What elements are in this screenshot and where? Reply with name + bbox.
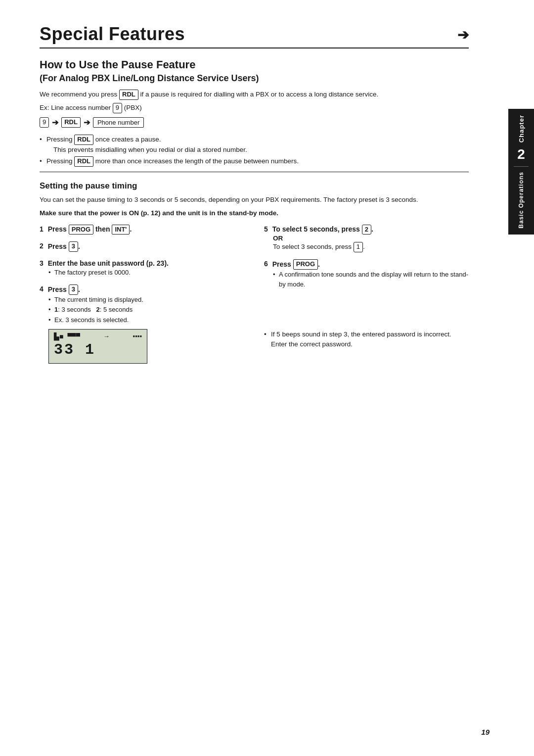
steps-right: 5 To select 5 seconds, press 2. OR To se… (264, 225, 469, 371)
step-2: 2 Press 3. (40, 241, 244, 252)
diagram-line: 9 ➔ RDL ➔ Phone number (40, 117, 469, 128)
step-6-bullet-1: A confirmation tone sounds and the displ… (273, 270, 469, 289)
page-title: Special Features (40, 24, 185, 45)
step-4-bullets: The current timing is displayed. 1: 3 se… (40, 295, 244, 325)
step-1-number: 1 (40, 225, 44, 233)
section1-title: How to Use the Pause Feature (40, 58, 469, 71)
steps-left: 1 Press PROG then INT'. 2 Press 3. 3 Ent… (40, 225, 244, 371)
rdl-key-diagram: RDL (61, 117, 81, 128)
step-2-label: Press 3. (48, 242, 80, 250)
main-content: Special Features ➔ How to Use the Pause … (0, 0, 508, 394)
step-2-number: 2 (40, 242, 44, 250)
step-5-label: To select 5 seconds, press 2. (272, 225, 373, 233)
section-divider (40, 172, 469, 172)
rdl-key-b1: RDL (74, 135, 93, 145)
section2-title: Setting the pause timing (40, 181, 469, 191)
step-3: 3 Enter the base unit password (p. 23). … (40, 259, 244, 278)
step-4-label: Press 3. (48, 285, 80, 293)
next-arrow-icon: ➔ (457, 27, 469, 43)
steps-container: 1 Press PROG then INT'. 2 Press 3. 3 Ent… (40, 225, 469, 371)
step-3-bullet-1: The factory preset is 0000. (48, 268, 244, 278)
page-container: Chapter 2 Basic Operations Special Featu… (0, 0, 534, 756)
step-4-bullet-3: Ex. 3 seconds is selected. (48, 315, 244, 325)
right-note-bullet: If 5 beeps sound in step 3, the entered … (264, 330, 469, 350)
step-6-bullets: A confirmation tone sounds and the displ… (264, 270, 469, 289)
step-3-label: Enter the base unit password (p. 23). (48, 259, 169, 267)
rdl-key-intro: RDL (119, 90, 138, 100)
chapter-label: Chapter (518, 115, 525, 142)
step-4: 4 Press 3. The current timing is display… (40, 284, 244, 363)
step-5-sub: To select 3 seconds, press 1. (264, 242, 469, 252)
section1-subtitle: (For Analog PBX Line/Long Distance Servi… (40, 73, 469, 84)
section1-intro: We recommend you press RDL if a pause is… (40, 90, 469, 100)
step-6-number: 6 (264, 260, 268, 268)
page-header: Special Features ➔ (40, 24, 469, 48)
chapter-tab: Chapter 2 Basic Operations (508, 109, 534, 235)
step-3-number: 3 (40, 259, 44, 267)
prog-key-s1: PROG (69, 225, 93, 235)
section1-subheading: (For Analog PBX Line/Long Distance Servi… (40, 73, 259, 83)
step-3-bullets: The factory preset is 0000. (40, 268, 244, 278)
chapter-number: 2 (517, 146, 525, 162)
section2-intro: You can set the pause timing to 3 second… (40, 195, 469, 205)
step-1-label: Press PROG then INT'. (48, 225, 132, 233)
lcd-signal-bars: ▀▀▀ (67, 333, 80, 340)
arrow2-icon: ➔ (84, 118, 90, 127)
phone-number-box: Phone number (93, 117, 144, 128)
lcd-top-row: ▙■ ▀▀▀ → ▪▪▪▪ (54, 332, 142, 340)
basic-ops-label: Basic Operations (518, 172, 525, 229)
step-4-number: 4 (40, 285, 44, 293)
nine-key-example: 9 (113, 103, 122, 113)
page-number: 19 (481, 728, 490, 736)
lcd-main-text: 33 1 (54, 341, 142, 358)
right-note: If 5 beeps sound in step 3, the entered … (264, 330, 469, 350)
step-5-number: 5 (264, 225, 268, 233)
two-key-s5: 2 (362, 225, 371, 235)
step-6-label: Press PROG. (272, 260, 320, 268)
section2-warning: Make sure that the power is ON (p. 12) a… (40, 208, 469, 219)
section1-heading: How to Use the Pause Feature (40, 58, 195, 71)
int-key-s1: INT' (112, 225, 130, 235)
battery-icon: ▪▪▪▪ (133, 332, 142, 340)
bullet-1: Pressing RDL once creates a pause. This … (40, 135, 469, 155)
step-5: 5 To select 5 seconds, press 2. OR To se… (264, 225, 469, 253)
step-1: 1 Press PROG then INT'. (40, 225, 244, 235)
step-4-bullet-1: The current timing is displayed. (48, 295, 244, 305)
one-key-s5: 1 (354, 242, 363, 252)
bullet-2: Pressing RDL more than once increases th… (40, 156, 469, 167)
prog-key-s6: PROG (293, 259, 318, 270)
three-key-s2: 3 (69, 241, 78, 252)
section1-bullets: Pressing RDL once creates a pause. This … (40, 135, 469, 167)
bullet-1-sub: This prevents misdialling when you redia… (46, 145, 469, 155)
or-text: OR (264, 235, 469, 242)
rdl-key-b2: RDL (74, 156, 93, 167)
lcd-display: ▙■ ▀▀▀ → ▪▪▪▪ 33 1 (48, 329, 147, 364)
nine-key-diagram: 9 (40, 117, 49, 128)
antenna-icon: ▙■ (54, 332, 63, 340)
example-label: Ex: Line access number 9 (PBX) (40, 103, 469, 113)
arrow1-icon: ➔ (52, 118, 58, 127)
chapter-divider (514, 166, 529, 167)
step-6: 6 Press PROG. A confirmation tone sounds… (264, 259, 469, 289)
step-4-bullet-2: 1: 3 seconds 2: 5 seconds (48, 305, 244, 315)
right-note-bullets: If 5 beeps sound in step 3, the entered … (264, 330, 469, 350)
three-key-s4: 3 (69, 284, 78, 295)
lcd-arrow-icon: → (103, 332, 110, 340)
